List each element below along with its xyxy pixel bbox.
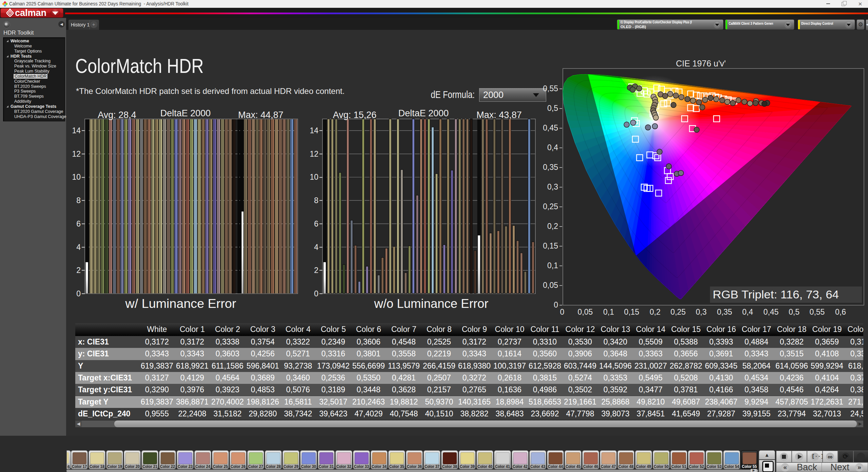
svg-text:0,05: 0,05 (578, 308, 593, 316)
svg-text:0,3: 0,3 (696, 308, 707, 316)
svg-text:0,5: 0,5 (547, 104, 558, 113)
svg-text:0,1: 0,1 (547, 261, 558, 270)
svg-text:0,25: 0,25 (671, 308, 686, 316)
svg-text:0,4: 0,4 (742, 308, 753, 316)
svg-text:0,25: 0,25 (543, 202, 558, 211)
svg-text:0,2: 0,2 (547, 222, 558, 231)
svg-text:0: 0 (560, 308, 565, 316)
svg-text:0,3: 0,3 (547, 182, 558, 191)
svg-text:0,05: 0,05 (543, 281, 558, 290)
svg-text:0,35: 0,35 (717, 308, 732, 316)
svg-text:0,4: 0,4 (547, 143, 558, 152)
svg-text:0: 0 (554, 300, 558, 309)
svg-text:0,1: 0,1 (603, 308, 614, 316)
svg-text:0,2: 0,2 (650, 308, 660, 316)
svg-text:0,6: 0,6 (835, 308, 846, 316)
svg-text:RGB Triplet: 116, 73, 64: RGB Triplet: 116, 73, 64 (713, 288, 839, 301)
svg-text:0,45: 0,45 (543, 123, 558, 132)
svg-text:0,45: 0,45 (764, 308, 779, 316)
svg-text:0,35: 0,35 (543, 163, 558, 172)
svg-text:0,15: 0,15 (543, 241, 558, 250)
svg-text:0,15: 0,15 (624, 308, 639, 316)
svg-text:CIE 1976 u'v': CIE 1976 u'v' (676, 59, 726, 68)
svg-text:0,5: 0,5 (789, 308, 800, 316)
svg-text:0,55: 0,55 (543, 84, 558, 93)
svg-text:0,55: 0,55 (810, 308, 825, 316)
